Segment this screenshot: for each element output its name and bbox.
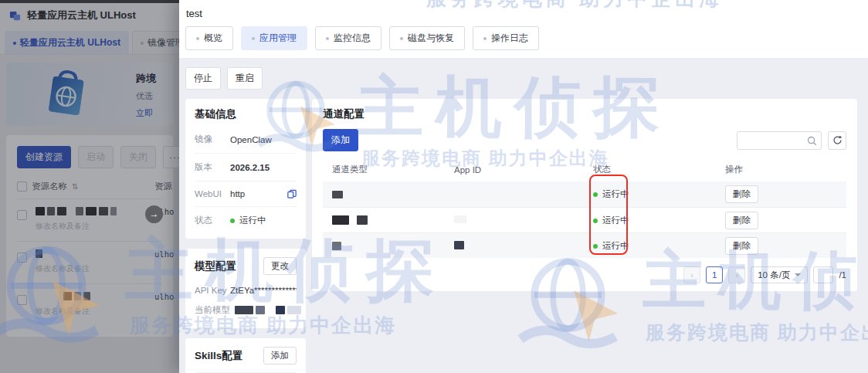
tab-dot-icon [252,37,255,40]
status-label: 状态 [195,215,230,226]
search-icon [807,135,817,149]
delete-channel-button[interactable]: 删除 [725,237,758,255]
instance-title: test [185,6,862,26]
tab-monitoring[interactable]: 监控信息 [315,26,381,50]
status-dot-icon [593,219,598,223]
status-dot-icon [593,192,598,197]
redacted-channel-type [332,242,454,250]
app-id-cell [454,241,593,251]
channel-status: 运行中 [602,215,629,225]
status-dot-icon [230,219,235,223]
channel-status: 运行中 [602,189,629,198]
redacted-channel-type [332,215,454,225]
col-action: 操作 [725,164,846,175]
status-dot-icon [593,244,598,249]
channel-table: 通道类型 App ID 状态 操作 运行中 删除 [323,161,846,258]
tab-label: 应用管理 [259,32,297,45]
model-config-card: 模型配置 更改 API KeyZtEYa****************... … [185,249,306,328]
delete-channel-button[interactable]: 删除 [725,185,758,203]
redacted-model-name [235,306,301,314]
basic-info-card: 基础信息 镜像OpenClaw 版本2026.2.15 WebUI http [185,99,306,239]
tab-dot-icon [196,37,199,40]
version-value: 2026.2.15 [230,163,270,172]
console-background-page: 轻量应用云主机 ULHost 轻量应用云主机 ULHost 镜像管理 [0,0,179,373]
tab-operation-log[interactable]: 操作日志 [473,26,539,50]
redacted-channel-type [332,191,454,198]
tab-disk-recovery[interactable]: 磁盘与恢复 [389,26,465,50]
channel-config-title: 通道配置 [323,107,846,121]
change-model-button[interactable]: 更改 [263,257,297,275]
add-skill-button[interactable]: 添加 [263,347,297,365]
screenshot-root: 轻量应用云主机 ULHost 轻量应用云主机 ULHost 镜像管理 [0,0,868,373]
channel-config-card: 通道配置 添加 [312,99,857,291]
api-key-label: API Key [195,286,230,295]
tab-label: 磁盘与恢复 [408,32,454,45]
tab-dot-icon [483,37,487,40]
tab-overview[interactable]: 概览 [185,26,233,50]
tab-dot-icon [400,37,403,40]
channel-row: 运行中 删除 [323,232,846,258]
basic-info-title: 基础信息 [195,107,297,121]
model-config-title: 模型配置 [195,259,236,273]
next-page-button[interactable]: › [728,266,745,283]
delete-channel-button[interactable]: 删除 [725,212,758,229]
image-label: 镜像 [195,134,230,145]
status-value: 运行中 [239,215,266,226]
channel-table-header: 通道类型 App ID 状态 操作 [323,161,846,181]
pagination: ‹ 1 › 10 条/页 /1 [323,266,846,283]
detail-drawer: test 概览 应用管理 监控信息 磁盘与恢复 [179,0,868,373]
page-size-select[interactable]: 10 条/页 [751,266,808,283]
channel-row: 运行中 删除 [323,181,846,207]
modal-dim-overlay [0,0,179,373]
stop-button[interactable]: 停止 [185,67,221,90]
add-channel-button[interactable]: 添加 [323,129,358,151]
webui-label: WebUI [195,189,230,198]
goto-page-input[interactable] [813,266,833,283]
refresh-button[interactable] [828,131,846,150]
webui-link[interactable]: http [230,189,245,198]
image-value: OpenClaw [230,135,272,144]
prev-page-button[interactable]: ‹ [683,266,700,283]
tab-label: 操作日志 [491,32,528,45]
detail-tabs: 概览 应用管理 监控信息 磁盘与恢复 操作日志 [185,26,862,58]
tab-label: 概览 [204,32,222,45]
current-page-button[interactable]: 1 [706,266,723,283]
channel-status: 运行中 [602,241,629,250]
current-model-label: 当前模型 [195,304,235,316]
app-id-cell [454,215,593,225]
tab-app-management[interactable]: 应用管理 [241,26,307,50]
version-label: 版本 [195,161,230,173]
chevron-down-icon [795,273,801,276]
tab-label: 监控信息 [334,32,371,45]
total-pages-text: /1 [839,270,846,280]
panel-expand-button[interactable]: → [145,205,163,223]
channel-row: 运行中 删除 [323,207,846,232]
skills-config-title: Skills配置 [195,349,242,363]
col-channel-type: 通道类型 [323,164,454,175]
tab-dot-icon [326,37,329,40]
restart-button[interactable]: 重启 [227,67,263,90]
skills-config-card: Skills配置 添加 暂未配置 立即配置 [185,338,306,373]
api-key-value: ZtEYa****************... [230,286,297,295]
page-size-value: 10 条/页 [758,270,790,281]
copy-icon[interactable] [287,189,297,198]
col-app-id: App ID [454,165,593,175]
col-status: 状态 [593,164,725,175]
